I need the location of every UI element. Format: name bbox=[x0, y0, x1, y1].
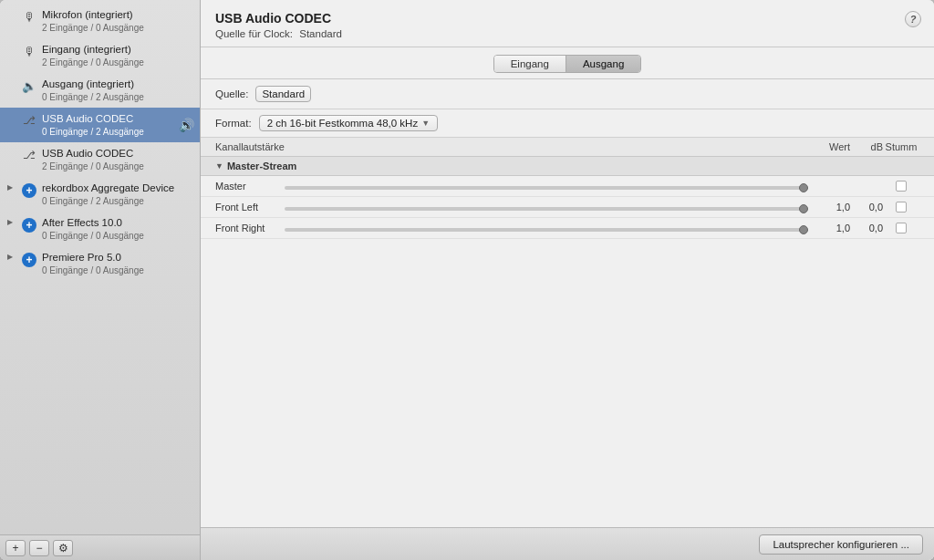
source-label: Quelle: bbox=[215, 88, 248, 99]
section-toggle-icon[interactable]: ▼ bbox=[215, 161, 223, 171]
col-stumm-header: Stumm bbox=[883, 141, 919, 152]
master-stream-label: Master-Stream bbox=[227, 161, 296, 171]
channel-header: Kanallautstärke Wert dB Stumm bbox=[201, 138, 934, 157]
channel-row-front-left: Front Left 1,0 0,0 bbox=[201, 197, 934, 218]
ch-slider-front-right[interactable] bbox=[285, 228, 808, 232]
plus-icon-rekordbox: + bbox=[20, 183, 38, 198]
ch-value-front-left: 1,0 bbox=[814, 202, 850, 213]
help-button[interactable]: ? bbox=[905, 11, 921, 27]
ch-name-front-left: Front Left bbox=[215, 202, 279, 213]
settings-button[interactable]: ⚙ bbox=[53, 540, 73, 556]
ch-mute-front-left bbox=[883, 202, 919, 213]
master-stream-header: ▼ Master-Stream bbox=[201, 157, 934, 176]
add-device-button[interactable]: + bbox=[5, 540, 26, 556]
sidebar: 🎙 Mikrofon (integriert) 2 Eingänge / 0 A… bbox=[0, 0, 201, 560]
ch-name-master: Master bbox=[215, 181, 279, 192]
configure-speakers-button[interactable]: Lautsprecher konfigurieren ... bbox=[759, 534, 923, 555]
device-sub-eingang: 2 Eingänge / 0 Ausgänge bbox=[42, 57, 192, 68]
ch-slider-wrap-master bbox=[285, 180, 808, 192]
usb-icon-2: ⎇ bbox=[20, 149, 38, 161]
source-value: Standard bbox=[262, 88, 305, 99]
right-panel: USB Audio CODEC Quelle für Clock: Standa… bbox=[201, 0, 934, 560]
device-name-ausgang: Ausgang (integriert) bbox=[42, 78, 192, 91]
ch-value-front-right: 1,0 bbox=[814, 223, 850, 233]
device-sub-mikrofon: 2 Eingänge / 0 Ausgänge bbox=[42, 22, 192, 34]
source-select[interactable]: Standard bbox=[255, 86, 311, 102]
ch-slider-front-left[interactable] bbox=[285, 207, 808, 211]
speaker-badge: 🔊 bbox=[179, 118, 194, 132]
source-row: Quelle: Standard bbox=[201, 79, 934, 109]
device-list: 🎙 Mikrofon (integriert) 2 Eingänge / 0 A… bbox=[0, 0, 200, 534]
sidebar-item-rekordbox[interactable]: ▶ + rekordbox Aggregate Device 0 Eingäng… bbox=[0, 177, 200, 212]
sidebar-item-usb-codec-2[interactable]: ⎇ USB Audio CODEC 2 Eingänge / 0 Ausgäng… bbox=[0, 142, 200, 177]
device-sub-usb-selected: 0 Eingänge / 2 Ausgänge bbox=[42, 126, 192, 138]
clock-subtitle: Quelle für Clock: Standard bbox=[215, 28, 919, 39]
device-name-aftereffects: After Effects 10.0 bbox=[42, 216, 192, 230]
expand-rekordbox: ▶ bbox=[7, 183, 20, 192]
sidebar-item-ausgang[interactable]: 🔈 Ausgang (integriert) 0 Eingänge / 2 Au… bbox=[0, 73, 200, 108]
ch-slider-wrap-front-left bbox=[285, 201, 808, 213]
expand-premiere: ▶ bbox=[7, 253, 20, 261]
format-row: Format: 2 ch 16-bit Festkomma 48,0 kHz ▼ bbox=[201, 109, 934, 138]
device-sub-aftereffects: 0 Eingänge / 0 Ausgänge bbox=[42, 230, 192, 242]
ch-checkbox-master[interactable] bbox=[896, 181, 907, 192]
ch-db-front-left: 0,0 bbox=[850, 202, 883, 213]
sidebar-item-premiere[interactable]: ▶ + Premiere Pro 5.0 0 Eingänge / 0 Ausg… bbox=[0, 246, 200, 281]
ch-slider-wrap-front-right bbox=[285, 222, 808, 234]
col-wert-header: Wert bbox=[814, 141, 850, 152]
sidebar-toolbar: + − ⚙ bbox=[0, 534, 200, 560]
format-select[interactable]: 2 ch 16-bit Festkomma 48,0 kHz ▼ bbox=[259, 115, 438, 131]
speaker-icon-ausgang: 🔈 bbox=[20, 79, 38, 93]
clock-label: Quelle für Clock: bbox=[215, 28, 293, 39]
plus-icon-aftereffects: + bbox=[20, 218, 38, 233]
tab-bar: Eingang Ausgang bbox=[201, 47, 934, 79]
tab-group: Eingang Ausgang bbox=[493, 55, 642, 73]
tab-ausgang[interactable]: Ausgang bbox=[566, 56, 640, 72]
expand-aftereffects: ▶ bbox=[7, 218, 20, 226]
format-label: Format: bbox=[215, 118, 252, 129]
ch-checkbox-front-left[interactable] bbox=[896, 202, 907, 213]
sidebar-item-usb-codec-selected[interactable]: ⎇ USB Audio CODEC 0 Eingänge / 2 Ausgäng… bbox=[0, 108, 200, 142]
clock-value: Standard bbox=[299, 28, 342, 39]
sidebar-item-mikrofon[interactable]: 🎙 Mikrofon (integriert) 2 Eingänge / 0 A… bbox=[0, 4, 200, 38]
device-name-rekordbox: rekordbox Aggregate Device bbox=[42, 181, 192, 195]
device-name-usb-selected: USB Audio CODEC bbox=[42, 112, 192, 126]
main-window: 🎙 Mikrofon (integriert) 2 Eingänge / 0 A… bbox=[0, 0, 934, 560]
device-name-mikrofon: Mikrofon (integriert) bbox=[42, 8, 192, 22]
right-footer: Lautsprecher konfigurieren ... bbox=[201, 527, 934, 560]
mic-icon-mikrofon: 🎙 bbox=[20, 10, 38, 24]
ch-db-front-right: 0,0 bbox=[850, 223, 883, 233]
channel-row-front-right: Front Right 1,0 0,0 bbox=[201, 218, 934, 239]
channel-table: Kanallautstärke Wert dB Stumm ▼ Master-S… bbox=[201, 138, 934, 527]
ch-name-front-right: Front Right bbox=[215, 223, 279, 233]
right-header: USB Audio CODEC Quelle für Clock: Standa… bbox=[201, 0, 934, 47]
ch-checkbox-front-right[interactable] bbox=[896, 223, 907, 233]
ch-slider-master[interactable] bbox=[285, 186, 808, 190]
format-value: 2 ch 16-bit Festkomma 48,0 kHz bbox=[267, 118, 419, 129]
plus-icon-premiere: + bbox=[20, 253, 38, 267]
sidebar-item-aftereffects[interactable]: ▶ + After Effects 10.0 0 Eingänge / 0 Au… bbox=[0, 212, 200, 246]
col-db-header: dB bbox=[850, 141, 883, 152]
device-sub-usb-2: 2 Eingänge / 0 Ausgänge bbox=[42, 161, 192, 172]
device-title: USB Audio CODEC bbox=[215, 11, 919, 26]
remove-device-button[interactable]: − bbox=[29, 540, 49, 556]
ch-mute-front-right bbox=[883, 223, 919, 233]
device-name-premiere: Premiere Pro 5.0 bbox=[42, 251, 192, 264]
sidebar-item-eingang[interactable]: 🎙 Eingang (integriert) 2 Eingänge / 0 Au… bbox=[0, 38, 200, 73]
device-sub-ausgang: 0 Eingänge / 2 Ausgänge bbox=[42, 91, 192, 103]
device-sub-rekordbox: 0 Eingänge / 2 Ausgänge bbox=[42, 195, 192, 207]
window-content: 🎙 Mikrofon (integriert) 2 Eingänge / 0 A… bbox=[0, 0, 934, 560]
device-name-eingang: Eingang (integriert) bbox=[42, 43, 192, 57]
master-stream-section: ▼ Master-Stream Master bbox=[201, 157, 934, 239]
device-sub-premiere: 0 Eingänge / 0 Ausgänge bbox=[42, 264, 192, 276]
mic-icon-eingang: 🎙 bbox=[20, 45, 38, 58]
tab-eingang[interactable]: Eingang bbox=[494, 56, 566, 72]
device-name-usb-2: USB Audio CODEC bbox=[42, 147, 192, 161]
usb-icon-selected: ⎇ bbox=[20, 114, 38, 127]
format-dropdown-icon: ▼ bbox=[421, 119, 430, 128]
ch-mute-master bbox=[883, 181, 919, 192]
col-name-header: Kanallautstärke bbox=[215, 141, 814, 152]
channel-row-master: Master bbox=[201, 176, 934, 197]
